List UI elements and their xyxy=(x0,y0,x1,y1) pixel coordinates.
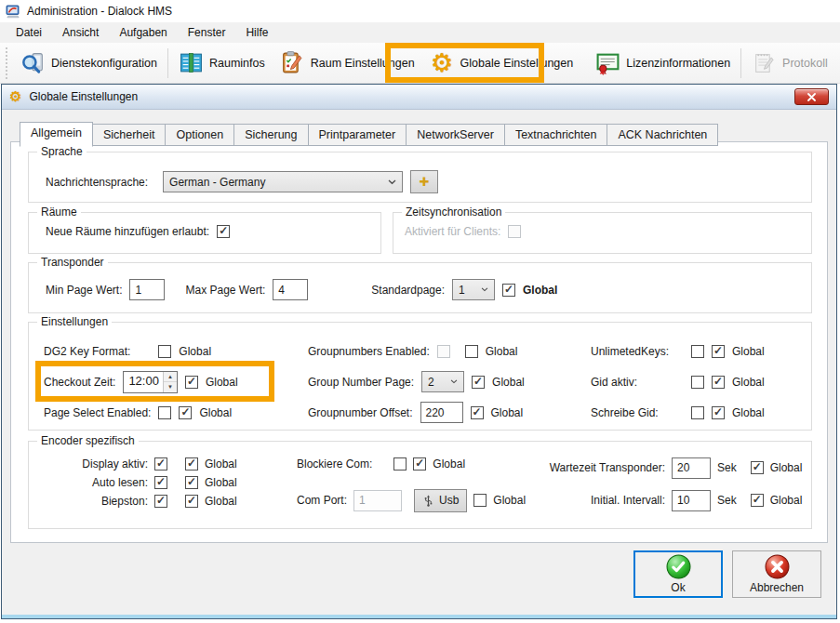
add-language-button[interactable]: ✚ xyxy=(410,170,438,193)
gid-aktiv-global-checkbox[interactable] xyxy=(712,376,725,389)
schreibe-gid-global-checkbox[interactable] xyxy=(712,406,725,419)
blockiere-com-global-checkbox[interactable] xyxy=(413,457,426,471)
groupnumbers-checkbox xyxy=(437,345,450,358)
cancel-button[interactable]: Abbrechen xyxy=(732,550,821,598)
standardpage-select[interactable]: 1 xyxy=(452,279,495,300)
spinner-down-icon[interactable]: ▼ xyxy=(164,382,177,392)
menu-ansicht[interactable]: Ansicht xyxy=(52,24,109,41)
groupnumber-offset-global-checkbox[interactable] xyxy=(471,406,484,419)
chevron-down-icon xyxy=(388,179,396,185)
group-number-page-global-checkbox[interactable] xyxy=(472,376,485,389)
usb-toggle-button[interactable]: Usb xyxy=(414,489,467,512)
biepston-checkbox[interactable] xyxy=(154,495,167,508)
menu-hilfe[interactable]: Hilfe xyxy=(235,24,278,41)
gear-icon: ⚙ xyxy=(430,50,455,75)
groupnumbers-global-checkbox[interactable] xyxy=(465,345,478,358)
display-aktiv-label: Display aktiv: xyxy=(44,457,148,471)
group-legend: Sprache xyxy=(37,145,87,158)
schreibe-gid-row: Schreibe Gid: Global xyxy=(591,397,765,428)
gid-aktiv-checkbox[interactable] xyxy=(691,376,704,389)
dg2-label: DG2 Key Format: xyxy=(44,345,130,358)
wartezeit-label: Wartezeit Transponder: xyxy=(531,461,665,474)
blockiere-com-checkbox[interactable] xyxy=(393,457,407,471)
standardpage-global-checkbox[interactable] xyxy=(502,284,515,297)
ok-button[interactable]: Ok xyxy=(633,550,723,598)
toolbar-button-globale-einstellungen[interactable]: ⚙ Globale Einstellungen xyxy=(422,46,581,79)
tab-ack-nachrichten[interactable]: ACK Nachrichten xyxy=(607,124,718,146)
toolbar-button-protokoll[interactable]: Protokoll xyxy=(744,46,835,79)
tab-textnachrichten[interactable]: Textnachrichten xyxy=(504,124,607,146)
toolbar: Dienstekonfiguration Rauminfos Raum Eins… xyxy=(0,43,840,84)
auto-lesen-checkbox[interactable] xyxy=(154,476,167,489)
language-select[interactable]: German - Germany xyxy=(163,171,403,192)
display-aktiv-checkbox[interactable] xyxy=(154,457,167,471)
group-legend: Zeitsynchronisation xyxy=(402,205,505,219)
group-legend: Encoder spezifisch xyxy=(37,434,139,447)
biepston-global-checkbox[interactable] xyxy=(185,495,198,508)
global-label: Global xyxy=(732,406,765,419)
wartezeit-input[interactable]: 20 xyxy=(672,457,711,479)
dg2-global-checkbox[interactable] xyxy=(158,345,171,358)
nachrichtensprache-label: Nachrichtensprache: xyxy=(46,176,148,189)
tabpage-allgemein: Sprache Nachrichtensprache: German - Ger… xyxy=(10,141,828,543)
min-page-input[interactable]: 1 xyxy=(129,279,165,300)
page-select-global-checkbox[interactable] xyxy=(179,406,192,419)
protocol-icon xyxy=(752,50,777,75)
menu-datei[interactable]: Datei xyxy=(6,24,52,41)
biepston-row: Biepston: Global xyxy=(44,492,237,510)
global-label: Global xyxy=(523,284,557,297)
checkout-row: Checkout Zeit: 12:00 ▲ ▼ Global xyxy=(44,366,238,397)
display-aktiv-global-checkbox[interactable] xyxy=(185,457,198,471)
tab-allgemein[interactable]: Allgemein xyxy=(20,122,93,147)
toolbar-button-dienstekonfiguration[interactable]: Dienstekonfiguration xyxy=(13,46,165,79)
plus-icon: ✚ xyxy=(420,175,430,189)
initial-global-checkbox[interactable] xyxy=(751,494,764,507)
window-titlebar: Administration - Dialock HMS xyxy=(0,0,840,22)
wartezeit-unit: Sek xyxy=(717,461,737,474)
com-port-global-checkbox[interactable] xyxy=(473,494,487,507)
max-page-input[interactable]: 4 xyxy=(273,279,308,300)
unlimetedkeys-global-checkbox[interactable] xyxy=(712,345,725,358)
auto-lesen-global-checkbox[interactable] xyxy=(185,476,198,489)
room-settings-icon xyxy=(280,50,305,75)
page-select-checkbox[interactable] xyxy=(158,406,171,419)
biepston-label: Biepston: xyxy=(44,495,148,508)
display-aktiv-row: Display aktiv: Global xyxy=(44,455,237,473)
close-button[interactable] xyxy=(794,88,829,105)
group-einstellungen: Einstellungen DG2 Key Format: Global Che… xyxy=(28,322,812,431)
menu-fenster[interactable]: Fenster xyxy=(178,24,236,41)
toolbar-button-raum-einstellungen[interactable]: Raum Einstellungen xyxy=(273,46,422,79)
group-encoder-spezifisch: Encoder spezifisch Display aktiv: Global… xyxy=(28,441,812,529)
global-label: Global xyxy=(491,406,524,419)
initial-intervall-input[interactable]: 10 xyxy=(672,490,711,511)
initial-intervall-label: Initial. Intervall: xyxy=(531,494,665,507)
toolbar-button-rauminfos[interactable]: Rauminfos xyxy=(171,46,273,79)
groupnumbers-label: Groupnumbers Enabled: xyxy=(308,345,430,358)
checkout-zeit-label: Checkout Zeit: xyxy=(44,376,115,389)
tab-sicherheit[interactable]: Sicherheit xyxy=(93,124,166,146)
checkout-time-spinner[interactable]: 12:00 ▲ ▼ xyxy=(123,371,178,393)
unlimetedkeys-checkbox[interactable] xyxy=(691,345,704,358)
tab-printparameter[interactable]: Printparameter xyxy=(308,124,407,146)
toolbar-button-label: Globale Einstellungen xyxy=(460,57,574,70)
schreibe-gid-checkbox[interactable] xyxy=(691,406,704,419)
close-icon xyxy=(807,93,816,101)
checkout-time-value[interactable]: 12:00 xyxy=(124,372,163,392)
global-label: Global xyxy=(206,376,238,389)
menu-aufgaben[interactable]: Aufgaben xyxy=(109,24,177,41)
usb-button-label: Usb xyxy=(439,494,459,507)
tab-networkserver[interactable]: NetworkServer xyxy=(406,124,504,146)
checkout-global-checkbox[interactable] xyxy=(185,376,198,389)
groupnumber-offset-input[interactable]: 220 xyxy=(420,402,463,423)
neue-raeume-checkbox[interactable] xyxy=(217,225,230,238)
spinner-up-icon[interactable]: ▲ xyxy=(164,372,177,383)
group-number-page-label: Group Number Page: xyxy=(308,376,414,389)
aktiviert-clients-checkbox xyxy=(508,225,521,238)
wartezeit-global-checkbox[interactable] xyxy=(751,461,764,474)
service-config-icon xyxy=(20,50,46,75)
toolbar-button-lizenzinformationen[interactable]: Lizenzinformationen xyxy=(588,46,738,79)
blockiere-com-label: Blockiere Com: xyxy=(297,457,372,471)
tab-optionen[interactable]: Optionen xyxy=(165,124,233,146)
group-number-page-select[interactable]: 2 xyxy=(421,371,464,392)
tab-sicherung[interactable]: Sicherung xyxy=(233,124,307,146)
